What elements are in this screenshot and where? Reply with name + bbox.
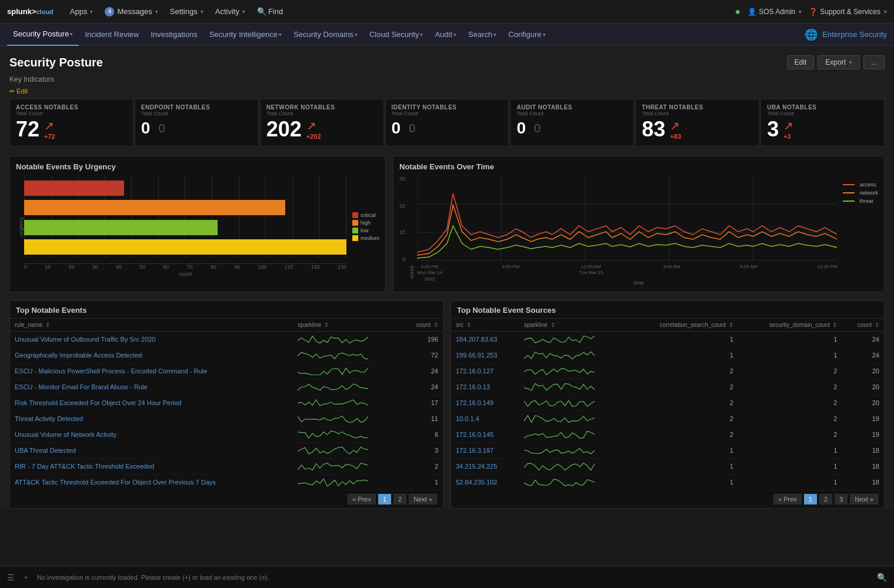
globe-icon: 🌐 bbox=[805, 28, 818, 41]
edit-link[interactable]: ✏ Edit bbox=[9, 88, 28, 95]
src-cell[interactable]: 10.0.1.4 bbox=[451, 411, 519, 427]
col-sparkline-left[interactable]: sparkline ⇕ bbox=[293, 319, 401, 332]
table-row: 172.16.3.197 1 1 18 bbox=[451, 443, 884, 459]
col-rule-name[interactable]: rule_name ⇕ bbox=[10, 319, 293, 332]
rule-name-cell[interactable]: Threat Activity Detected bbox=[10, 411, 293, 427]
user-icon: 👤 bbox=[748, 8, 756, 16]
legend-network: network bbox=[843, 190, 878, 196]
count-cell: 18 bbox=[842, 459, 884, 475]
support-menu[interactable]: ❓ Support & Services ▾ bbox=[809, 8, 887, 16]
nav-cloud-security[interactable]: Cloud Security▾ bbox=[363, 24, 429, 46]
count-cell: 19 bbox=[842, 411, 884, 427]
ind-label: NETWORK NOTABLES bbox=[266, 104, 378, 111]
hamburger-icon[interactable]: ☰ bbox=[7, 573, 15, 582]
table-row: ESCU - Malicious PowerShell Process - En… bbox=[10, 363, 443, 379]
corr-count-cell: 2 bbox=[626, 395, 738, 411]
src-cell[interactable]: 172.16.0.145 bbox=[451, 427, 519, 443]
src-cell[interactable]: 172.16.3.197 bbox=[451, 443, 519, 459]
left-prev-btn[interactable]: « Prev bbox=[348, 494, 376, 505]
src-cell[interactable]: 172.16.0.13 bbox=[451, 379, 519, 395]
topbar-activity[interactable]: Activity ▾ bbox=[211, 5, 250, 18]
admin-menu[interactable]: 👤 SOS Admin ▾ bbox=[748, 8, 802, 16]
ind-value: 0 0 bbox=[516, 119, 628, 138]
bottombar-search-icon[interactable]: 🔍 bbox=[877, 573, 887, 582]
rule-name-cell[interactable]: ESCU - Malicious PowerShell Process - En… bbox=[10, 363, 293, 379]
ind-value: 72 ↗ +72 bbox=[16, 119, 127, 140]
col-security-domain-count[interactable]: security_domain_count ⇕ bbox=[738, 319, 842, 332]
src-cell[interactable]: 199.66.91.253 bbox=[451, 348, 519, 363]
rule-name-cell[interactable]: UBA Threat Detected bbox=[10, 443, 293, 459]
indicator-network-notables: NETWORK NOTABLES Total Count 202 ↗ +202 bbox=[260, 99, 384, 146]
rule-name-cell[interactable]: RIR - 7 Day ATT&CK Tactic Threshold Exce… bbox=[10, 459, 293, 475]
indicator-audit-notables: AUDIT NOTABLES Total Count 0 0 bbox=[510, 99, 634, 146]
apps-chevron: ▾ bbox=[90, 9, 93, 15]
plus-icon[interactable]: ＋ bbox=[22, 572, 30, 583]
topbar-find[interactable]: 🔍 Find bbox=[252, 5, 288, 18]
col-count-right[interactable]: count ⇕ bbox=[842, 319, 884, 332]
right-page-1[interactable]: 1 bbox=[804, 494, 817, 505]
topbar-nav: Apps ▾ 4 Messages ▾ Settings ▾ Activity … bbox=[65, 5, 735, 19]
topbar-messages[interactable]: 4 Messages ▾ bbox=[100, 5, 162, 19]
src-cell[interactable]: 52.84.235.102 bbox=[451, 475, 519, 490]
enterprise-security-label: Enterprise Security bbox=[822, 30, 887, 39]
right-prev-btn[interactable]: « Prev bbox=[773, 494, 802, 505]
nav-incident-review[interactable]: Incident Review bbox=[79, 24, 145, 46]
sec-count-cell: 2 bbox=[738, 379, 842, 395]
more-button[interactable]: ... bbox=[863, 55, 885, 69]
find-label: Find bbox=[268, 7, 283, 16]
ind-sublabel: Total Count bbox=[16, 111, 127, 116]
src-cell[interactable]: 172.16.0.127 bbox=[451, 363, 519, 379]
count-cell: 11 bbox=[401, 411, 443, 427]
nav-security-intelligence[interactable]: Security Intelligence▾ bbox=[204, 24, 288, 46]
right-page-3[interactable]: 3 bbox=[835, 494, 848, 505]
indicators-row: ACCESS NOTABLES Total Count 72 ↗ +72 END… bbox=[9, 99, 885, 146]
col-sparkline-right[interactable]: sparkline ⇕ bbox=[519, 319, 627, 332]
left-page-1[interactable]: 1 bbox=[378, 494, 391, 505]
right-next-btn[interactable]: Next » bbox=[850, 494, 878, 505]
nav-security-domains[interactable]: Security Domains▾ bbox=[288, 24, 363, 46]
apps-label: Apps bbox=[70, 7, 88, 16]
table-row: 10.0.1.4 2 2 19 bbox=[451, 411, 884, 427]
nav-configure[interactable]: Configure▾ bbox=[502, 24, 551, 46]
ind-sublabel: Total Count bbox=[642, 111, 753, 116]
export-button[interactable]: Export ▾ bbox=[818, 55, 860, 69]
topbar-apps[interactable]: Apps ▾ bbox=[65, 5, 98, 18]
src-cell[interactable]: 172.16.0.149 bbox=[451, 395, 519, 411]
left-page-2[interactable]: 2 bbox=[393, 494, 406, 505]
legend-medium: medium bbox=[352, 235, 379, 241]
right-page-2[interactable]: 2 bbox=[819, 494, 832, 505]
rule-name-cell[interactable]: Unusual Volume of Outbound Traffic By Sr… bbox=[10, 332, 293, 348]
rule-name-cell[interactable]: ATT&CK Tactic Threshold Exceeded For Obj… bbox=[10, 475, 293, 490]
left-table-header: rule_name ⇕ sparkline ⇕ count ⇕ bbox=[10, 319, 443, 332]
nav-search[interactable]: Search▾ bbox=[462, 24, 502, 46]
indicator-uba-notables: UBA NOTABLES Total Count 3 ↗ +3 bbox=[760, 99, 885, 146]
nav-investigations[interactable]: Investigations bbox=[145, 24, 204, 46]
sparkline-cell bbox=[519, 427, 627, 443]
col-src[interactable]: src ⇕ bbox=[451, 319, 519, 332]
rule-name-cell[interactable]: Unusual Volume of Network Activity bbox=[10, 427, 293, 443]
ind-change: ↗ +202 bbox=[306, 119, 321, 140]
sparkline-cell bbox=[293, 411, 401, 427]
up-arrow-icon: ↗ bbox=[670, 119, 680, 133]
ind-sublabel: Total Count bbox=[767, 111, 878, 116]
page-title: Security Posture bbox=[9, 56, 103, 69]
col-count-left[interactable]: count ⇕ bbox=[401, 319, 443, 332]
ind-label: IDENTITY NOTABLES bbox=[392, 104, 503, 111]
nav-security-posture[interactable]: Security Posture▾ bbox=[7, 24, 79, 46]
src-cell[interactable]: 184.207.83.63 bbox=[451, 332, 519, 348]
edit-button[interactable]: Edit bbox=[787, 55, 815, 69]
indicator-access-notables: ACCESS NOTABLES Total Count 72 ↗ +72 bbox=[9, 99, 134, 146]
line-xaxis: 4:00 PMMon Mar 142022 8:00 PM 12:00 AMTu… bbox=[417, 264, 837, 282]
rule-name-cell[interactable]: ESCU - Monitor Email For Brand Abuse - R… bbox=[10, 379, 293, 395]
col-correlation-search-count[interactable]: correlation_search_count ⇕ bbox=[626, 319, 738, 332]
nav-audit[interactable]: Audit▾ bbox=[429, 24, 462, 46]
topbar-settings[interactable]: Settings ▾ bbox=[165, 5, 208, 18]
left-pagination: « Prev 1 2 Next » bbox=[10, 490, 443, 508]
sec-count-cell: 1 bbox=[738, 459, 842, 475]
rule-name-cell[interactable]: Risk Threshold Exceeded For Object Over … bbox=[10, 395, 293, 411]
rule-name-cell[interactable]: Geographically Improbable Access Detecte… bbox=[10, 348, 293, 363]
src-cell[interactable]: 34.215.24.225 bbox=[451, 459, 519, 475]
corr-count-cell: 1 bbox=[626, 475, 738, 490]
left-next-btn[interactable]: Next » bbox=[409, 494, 437, 505]
table-row: 172.16.0.127 2 2 20 bbox=[451, 363, 884, 379]
